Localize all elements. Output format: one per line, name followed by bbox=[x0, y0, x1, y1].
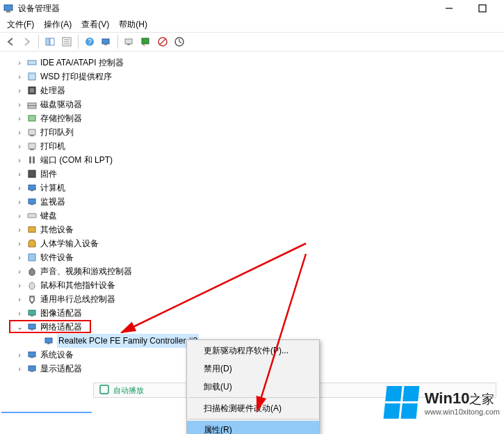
tree-item-label: 人体学输入设备 bbox=[40, 236, 99, 250]
tree-item[interactable]: ›人体学输入设备 bbox=[8, 236, 504, 250]
app-icon bbox=[3, 3, 14, 14]
chevron-right-icon[interactable]: › bbox=[15, 362, 24, 376]
toolbar-show-hide-tree-button[interactable] bbox=[42, 34, 58, 49]
chevron-right-icon[interactable]: › bbox=[15, 70, 24, 83]
minimize-button[interactable] bbox=[439, 1, 460, 16]
svg-rect-35 bbox=[31, 190, 33, 191]
tree-item[interactable]: ›软件设备 bbox=[8, 250, 504, 264]
tree-item[interactable]: ›声音、视频和游戏控制器 bbox=[8, 264, 504, 278]
svg-rect-48 bbox=[47, 343, 50, 344]
device-category-icon bbox=[26, 85, 38, 96]
toolbar-properties-button[interactable] bbox=[59, 34, 74, 49]
tree-item-label: 鼠标和其他指针设备 bbox=[40, 278, 115, 292]
maximize-button[interactable] bbox=[472, 1, 493, 16]
menu-file[interactable]: 文件(F) bbox=[3, 17, 38, 32]
svg-rect-30 bbox=[30, 149, 34, 150]
tree-item[interactable]: ›图像适配器 bbox=[8, 306, 504, 320]
svg-rect-43 bbox=[29, 310, 35, 315]
chevron-right-icon[interactable]: › bbox=[15, 83, 24, 97]
menu-view[interactable]: 查看(V) bbox=[77, 17, 113, 32]
context-menu-disable[interactable]: 禁用(D) bbox=[187, 360, 319, 378]
tree-item[interactable]: ›磁盘驱动器 bbox=[8, 97, 504, 111]
context-menu-separator bbox=[188, 397, 318, 398]
toolbar-enable-button[interactable] bbox=[172, 34, 187, 49]
tree-item[interactable]: ›处理器 bbox=[8, 83, 504, 97]
tree-item[interactable]: ›鼠标和其他指针设备 bbox=[8, 278, 504, 292]
svg-rect-42 bbox=[29, 296, 35, 298]
tree-item[interactable]: ›其他设备 bbox=[8, 223, 504, 236]
toolbar: ? bbox=[0, 32, 504, 51]
tree-item[interactable]: ›打印机 bbox=[8, 139, 504, 153]
svg-rect-49 bbox=[29, 352, 35, 357]
svg-rect-23 bbox=[30, 88, 34, 93]
tree-item-label: 键盘 bbox=[40, 209, 57, 223]
chevron-right-icon[interactable]: › bbox=[15, 264, 24, 278]
context-menu-separator bbox=[188, 419, 318, 419]
chevron-right-icon[interactable]: › bbox=[15, 195, 24, 209]
tree-item-label: 监视器 bbox=[40, 195, 65, 209]
tree-item[interactable]: ›通用串行总线控制器 bbox=[8, 292, 504, 306]
chevron-right-icon[interactable]: › bbox=[15, 250, 24, 264]
device-manager-window: 设备管理器 文件(F) 操作(A) 查看(V) 帮助(H) ? ›IDE ATA… bbox=[0, 0, 504, 434]
context-menu-update-driver[interactable]: 更新驱动程序软件(P)... bbox=[187, 341, 319, 360]
toolbar-uninstall-button[interactable] bbox=[138, 34, 154, 49]
tree-item[interactable]: ›监视器 bbox=[8, 195, 504, 209]
svg-rect-25 bbox=[28, 106, 36, 108]
svg-rect-38 bbox=[28, 214, 36, 218]
toolbar-update-driver-button[interactable] bbox=[122, 34, 137, 49]
toolbar-scan-button[interactable] bbox=[99, 34, 114, 49]
device-category-icon bbox=[26, 349, 38, 360]
chevron-right-icon[interactable]: › bbox=[15, 209, 24, 223]
toolbar-disable-button[interactable] bbox=[155, 34, 170, 49]
toolbar-back-button[interactable] bbox=[3, 34, 18, 49]
chevron-right-icon[interactable]: › bbox=[15, 139, 24, 153]
tree-item[interactable]: ›固件 bbox=[8, 167, 504, 181]
chevron-right-icon[interactable]: › bbox=[15, 278, 24, 292]
chevron-right-icon[interactable]: › bbox=[15, 153, 24, 167]
tree-item-label: 显示适配器 bbox=[40, 362, 82, 376]
svg-rect-40 bbox=[29, 254, 35, 261]
context-menu: 更新驱动程序软件(P)... 禁用(D) 卸载(U) 扫描检测硬件改动(A) 属… bbox=[186, 339, 320, 434]
tree-item[interactable]: ›IDE ATA/ATAPI 控制器 bbox=[8, 56, 504, 70]
toolbar-help-button[interactable]: ? bbox=[82, 34, 97, 49]
menu-help[interactable]: 帮助(H) bbox=[115, 17, 152, 32]
tree-item[interactable]: ›键盘 bbox=[8, 209, 504, 223]
tree-item[interactable]: ›计算机 bbox=[8, 181, 504, 195]
context-menu-properties[interactable]: 属性(R) bbox=[187, 421, 319, 434]
chevron-right-icon[interactable]: › bbox=[15, 125, 24, 139]
tree-item-label: 图像适配器 bbox=[40, 306, 82, 320]
chevron-right-icon[interactable]: › bbox=[15, 292, 24, 306]
context-menu-scan-hardware[interactable]: 扫描检测硬件改动(A) bbox=[187, 399, 319, 417]
svg-rect-44 bbox=[31, 315, 33, 316]
chevron-right-icon[interactable]: › bbox=[15, 306, 24, 320]
menu-bar: 文件(F) 操作(A) 查看(V) 帮助(H) bbox=[0, 17, 504, 32]
chevron-right-icon[interactable]: › bbox=[15, 167, 24, 181]
svg-rect-5 bbox=[50, 38, 54, 45]
window-title: 设备管理器 bbox=[18, 3, 439, 15]
chevron-right-icon[interactable]: › bbox=[15, 111, 24, 125]
svg-rect-1 bbox=[6, 10, 10, 13]
tree-item[interactable]: ›存储控制器 bbox=[8, 111, 504, 125]
autoplay-label: 自动播放 bbox=[113, 385, 144, 396]
menu-action[interactable]: 操作(A) bbox=[40, 17, 76, 32]
toolbar-forward-button[interactable] bbox=[19, 34, 35, 49]
svg-rect-26 bbox=[29, 115, 35, 121]
watermark-url: www.win10xitong.com bbox=[425, 408, 500, 416]
chevron-right-icon[interactable]: › bbox=[15, 181, 24, 195]
svg-rect-24 bbox=[28, 103, 36, 106]
chevron-right-icon[interactable]: › bbox=[15, 97, 24, 111]
svg-point-41 bbox=[29, 282, 35, 289]
tree-item[interactable]: ›端口 (COM 和 LPT) bbox=[8, 153, 504, 167]
tree-item-label: 端口 (COM 和 LPT) bbox=[40, 153, 113, 167]
chevron-right-icon[interactable]: › bbox=[15, 348, 24, 362]
svg-line-18 bbox=[160, 39, 165, 45]
tree-item[interactable]: ›WSD 打印提供程序 bbox=[8, 70, 504, 83]
tree-item[interactable]: ›打印队列 bbox=[8, 125, 504, 139]
tree-item-label: 系统设备 bbox=[40, 348, 74, 362]
chevron-right-icon[interactable]: › bbox=[15, 236, 24, 250]
svg-rect-29 bbox=[29, 143, 35, 149]
toolbar-separator bbox=[117, 35, 118, 49]
context-menu-uninstall[interactable]: 卸载(U) bbox=[187, 378, 319, 396]
chevron-right-icon[interactable]: › bbox=[15, 223, 24, 236]
chevron-right-icon[interactable]: › bbox=[15, 56, 24, 70]
